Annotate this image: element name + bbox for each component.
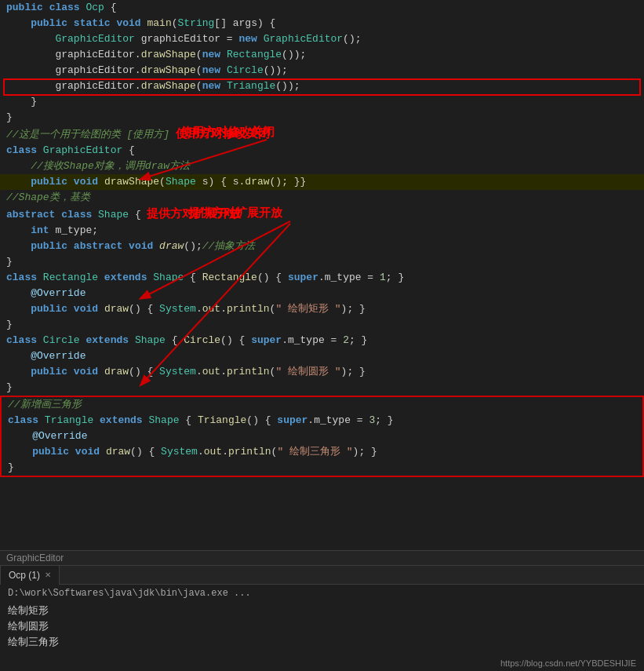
code-line-highlighted: graphicEditor.drawShape(new Triangle()); [0,78,644,94]
console-tab-label: Ocp (1) [9,570,40,581]
code-line: //Shape类，基类 [0,190,644,206]
code-line: GraphicEditor graphicEditor = new Graphi… [0,31,644,47]
watermark: https://blog.csdn.net/YYBDESHIJIE [500,658,636,668]
annotation-close-label: 使用方对修改关闭 [180,125,275,140]
code-line: } [0,317,644,333]
code-line: } [0,110,644,126]
code-line: public void draw() { System.out.println(… [0,364,644,380]
annotation-open-label: 提供方对扩展开放 [188,206,282,221]
console-output: 绘制矩形 绘制圆形 绘制三角形 [0,600,644,654]
console-panel: Ocp (1) ✕ D:\work\Softwares\java\jdk\bin… [0,565,644,671]
code-line-draw-shape: public void drawShape(Shape s) { s.draw(… [0,174,644,190]
console-tab-ocp[interactable]: Ocp (1) ✕ [0,566,60,585]
code-line: } [0,380,644,396]
code-line: class Circle extends Shape { Circle() { … [0,333,644,348]
code-line: public class Ocp { [0,0,644,16]
output-line-2: 绘制圆形 [8,619,636,635]
run-info-text: D:\work\Softwares\java\jdk\bin\java.exe … [8,588,251,599]
code-line: graphicEditor.drawShape(new Rectangle())… [0,47,644,63]
code-line: @Override [2,428,642,444]
triangle-code-box: //新增画三角形 class Triangle extends Shape { … [0,396,644,477]
code-line: //接收Shape对象，调用draw方法 [0,159,644,174]
code-line: public abstract void draw();//抽象方法 [0,239,644,254]
code-line-abstract: abstract class Shape { 提供方对扩展开放 [0,206,644,223]
code-line: graphicEditor.drawShape(new Circle()); [0,63,644,78]
code-line: } [0,254,644,270]
code-line: int m_type; [0,223,644,239]
section-label-text: GraphicEditor [6,552,64,563]
code-line: class Rectangle extends Shape { Rectangl… [0,270,644,286]
close-tab-icon[interactable]: ✕ [45,571,51,579]
code-line: @Override [0,286,644,301]
run-info: D:\work\Softwares\java\jdk\bin\java.exe … [0,585,644,600]
editor-section-label: GraphicEditor [0,550,644,565]
code-line: class GraphicEditor { [0,143,644,159]
code-line: class Triangle extends Shape { Triangle(… [2,413,642,428]
console-tab-bar: Ocp (1) ✕ [0,566,644,585]
code-line: } [0,94,644,110]
code-line: public void draw() { System.out.println(… [0,301,644,317]
output-line-1: 绘制矩形 [8,604,636,619]
code-line: @Override [0,348,644,364]
code-line-comment: //这是一个用于绘图的类 [使用方] 使用方对修改关闭 [0,126,644,143]
code-line: public void draw() { System.out.println(… [2,444,642,460]
code-line: public static void main(String[] args) { [0,16,644,31]
output-line-3: 绘制三角形 [8,635,636,651]
code-line: } [2,460,642,476]
code-line: //新增画三角形 [2,397,642,413]
code-editor: public class Ocp { public static void ma… [0,0,644,565]
